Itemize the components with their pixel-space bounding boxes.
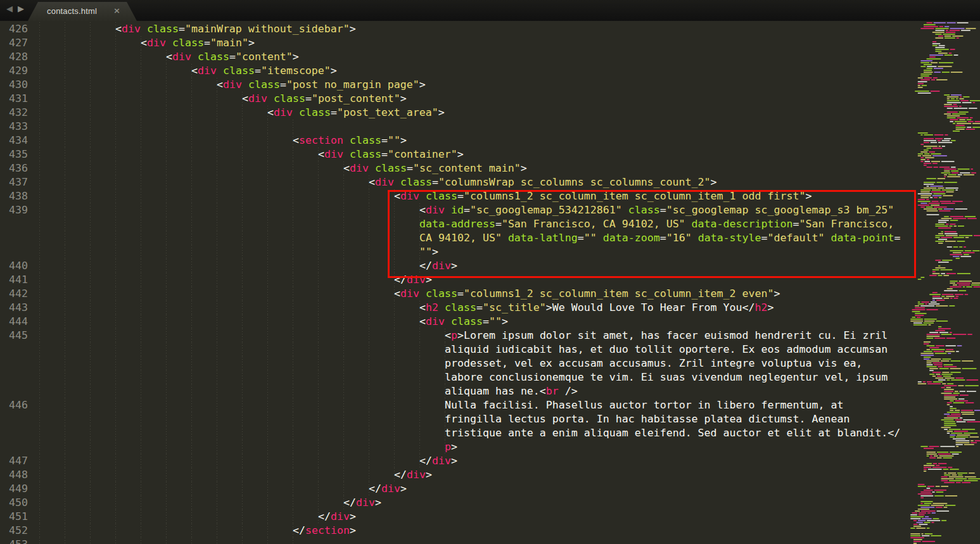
indent-guide <box>242 496 243 510</box>
indent-guide <box>39 78 40 92</box>
code-text: p> <box>445 440 457 454</box>
indent-guide <box>318 245 319 259</box>
indent-guide <box>318 343 319 357</box>
indent-guide <box>394 343 395 357</box>
indent-guide <box>394 245 395 259</box>
code-row: 434<section class=""> <box>0 134 909 148</box>
indent-guide <box>217 189 217 203</box>
indent-guide <box>242 538 243 544</box>
tab-bar: ◀ ▶ contacts.html × <box>0 0 980 21</box>
indent-guide <box>191 92 192 106</box>
code-row: 431<div class="post_content"> <box>0 92 909 106</box>
indent-guide <box>90 454 91 468</box>
indent-guide <box>166 343 167 357</box>
nav-back-icon[interactable]: ◀ <box>6 4 13 13</box>
line-number: 427 <box>0 36 28 50</box>
indent-guide <box>343 287 344 301</box>
indent-guide <box>166 496 167 510</box>
minimap[interactable] <box>909 21 980 544</box>
code-row: labore conclusionemque te vim. Ei suas v… <box>0 370 909 384</box>
indent-guide <box>115 175 116 189</box>
indent-guide <box>166 259 167 273</box>
indent-guide <box>65 357 65 370</box>
indent-guide <box>217 134 217 148</box>
nav-forward-icon[interactable]: ▶ <box>18 4 24 13</box>
code-row: 432<div class="post_text_area"> <box>0 106 909 120</box>
indent-guide <box>65 120 65 134</box>
indent-guide <box>115 315 116 329</box>
indent-guide <box>242 231 243 245</box>
indent-guide <box>65 259 65 273</box>
indent-guide <box>318 315 319 329</box>
indent-guide <box>39 134 40 148</box>
indent-guide <box>115 92 116 106</box>
indent-guide <box>369 454 369 468</box>
code-text: tristique ante a enim aliquam eleifend. … <box>445 426 900 440</box>
line-number: 448 <box>0 468 28 482</box>
indent-guide <box>293 398 293 412</box>
indent-guide <box>318 287 319 301</box>
indent-guide <box>343 370 344 384</box>
indent-guide <box>267 524 268 538</box>
line-number: 446 <box>0 398 28 412</box>
indent-guide <box>39 329 40 343</box>
code-text: CA 94102, US" data-latlng="" data-zoom="… <box>419 231 900 245</box>
indent-guide <box>65 398 65 412</box>
line-number: 451 <box>0 510 28 524</box>
close-icon[interactable]: × <box>113 6 120 15</box>
indent-guide <box>191 189 192 203</box>
indent-guide <box>217 398 217 412</box>
indent-guide <box>394 384 395 398</box>
indent-guide <box>293 426 293 440</box>
code-row: 447</div> <box>0 454 909 468</box>
line-number: 428 <box>0 50 28 64</box>
indent-guide <box>39 496 40 510</box>
indent-guide <box>191 78 192 92</box>
code-text: aliquam has ne.<br /> <box>445 384 578 398</box>
code-row: 451</div> <box>0 510 909 524</box>
indent-guide <box>90 245 91 259</box>
indent-guide <box>242 148 243 161</box>
indent-guide <box>318 259 319 273</box>
indent-guide <box>141 398 141 412</box>
indent-guide <box>166 217 167 231</box>
indent-guide <box>191 161 192 175</box>
indent-guide <box>65 301 65 315</box>
indent-guide <box>394 301 395 315</box>
code-row: 427<div class="main"> <box>0 36 909 50</box>
line-number: 449 <box>0 482 28 496</box>
indent-guide <box>369 329 369 343</box>
indent-guide <box>191 482 192 496</box>
indent-guide <box>191 468 192 482</box>
indent-guide <box>217 315 217 329</box>
indent-guide <box>293 440 293 454</box>
indent-guide <box>242 329 243 343</box>
indent-guide <box>141 50 141 64</box>
indent-guide <box>115 106 116 120</box>
indent-guide <box>394 329 395 343</box>
indent-guide <box>166 134 167 148</box>
indent-guide <box>293 245 293 259</box>
indent-guide <box>394 454 395 468</box>
indent-guide <box>90 370 91 384</box>
indent-guide <box>90 468 91 482</box>
indent-guide <box>369 217 369 231</box>
code-row: 450</div> <box>0 496 909 510</box>
code-editor-area[interactable]: 426<div class="mainWrap without_sidebar"… <box>0 21 909 544</box>
indent-guide <box>293 412 293 426</box>
indent-guide <box>242 106 243 120</box>
indent-guide <box>318 203 319 217</box>
indent-guide <box>267 217 268 231</box>
indent-guide <box>267 370 268 384</box>
indent-guide <box>217 217 217 231</box>
code-row: 443<h2 class="sc_title">We Would Love To… <box>0 301 909 315</box>
line-number: 445 <box>0 329 28 343</box>
indent-guide <box>343 273 344 287</box>
indent-guide <box>217 343 217 357</box>
indent-guide <box>115 203 116 217</box>
tab-contacts-html[interactable]: contacts.html × <box>28 2 137 21</box>
indent-guide <box>318 357 319 370</box>
indent-guide <box>115 287 116 301</box>
indent-guide <box>65 231 65 245</box>
indent-guide <box>217 203 217 217</box>
